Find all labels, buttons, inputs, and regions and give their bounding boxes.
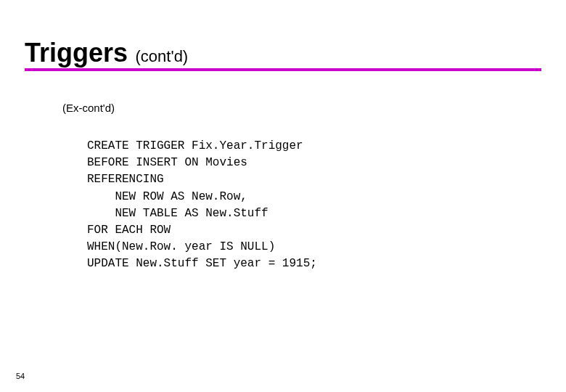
code-line: WHEN(New.Row. year IS NULL) <box>87 240 275 253</box>
slide: Triggers (cont'd) (Ex-cont'd) CREATE TRI… <box>0 0 566 392</box>
horizontal-rule <box>25 68 541 71</box>
slide-title-suffix: (cont'd) <box>136 47 189 65</box>
code-line: FOR EACH ROW <box>87 224 171 237</box>
subheading: (Ex-cont'd) <box>62 102 115 114</box>
code-block: CREATE TRIGGER Fix.Year.Trigger BEFORE I… <box>87 138 317 273</box>
page-number: 54 <box>16 372 25 380</box>
code-line: UPDATE New.Stuff SET year = 1915; <box>87 257 317 270</box>
code-line: REFERENCING <box>87 173 164 186</box>
code-line: NEW ROW AS New.Row, <box>87 190 247 203</box>
code-line: CREATE TRIGGER Fix.Year.Trigger <box>87 139 303 152</box>
title-row: Triggers (cont'd) <box>25 38 188 68</box>
code-line: BEFORE INSERT ON Movies <box>87 156 247 169</box>
code-line: NEW TABLE AS New.Stuff <box>87 207 268 220</box>
slide-title: Triggers <box>25 38 128 68</box>
